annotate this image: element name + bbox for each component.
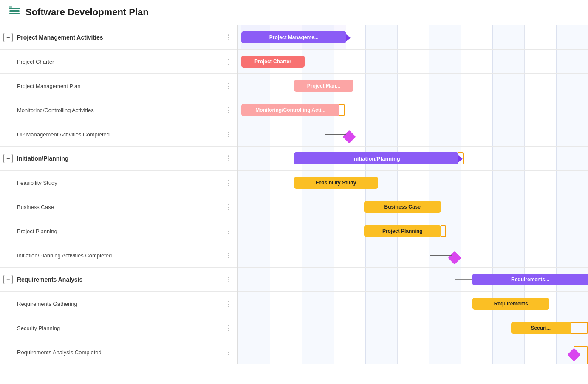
gantt-row-group3: Requirements...	[238, 268, 588, 292]
bar-requirements-analysis[interactable]: Requirements...	[472, 274, 588, 285]
app-header: Software Development Plan	[0, 0, 588, 25]
gantt-row-up-mgmt-completed	[238, 122, 588, 147]
drag-monitoring[interactable]: ⋮	[223, 106, 234, 114]
task-project-mgmt-plan: Project Management Plan ⋮	[0, 74, 237, 98]
task-feasibility: Feasibility Study ⋮	[0, 171, 237, 195]
group1-header: − Project Management Activities ⋮	[0, 25, 237, 50]
bar-project-planning[interactable]: Project Planning	[364, 225, 441, 237]
gantt-row-req-gathering: Requirements	[238, 292, 588, 316]
group3-label: Requirements Analysis	[17, 276, 223, 283]
bar-feasibility[interactable]: Feasibility Study	[294, 177, 378, 189]
collapse-group2[interactable]: −	[3, 154, 13, 163]
gantt-row-feasibility: Feasibility Study	[238, 171, 588, 195]
gantt-row-project-charter: Project Charter	[238, 50, 588, 74]
collapse-group1[interactable]: −	[3, 33, 13, 42]
drag-group2[interactable]: ⋮	[223, 155, 234, 163]
bar-project-charter[interactable]: Project Charter	[241, 56, 304, 68]
task-label-project-mgmt-plan: Project Management Plan	[17, 83, 223, 89]
drag-feasibility[interactable]: ⋮	[223, 179, 234, 187]
task-label-feasibility: Feasibility Study	[17, 180, 223, 186]
gantt-row-initiation-completed	[238, 243, 588, 268]
task-label-security-planning: Security Planning	[17, 325, 223, 331]
app-title: Software Development Plan	[25, 7, 149, 18]
gantt-row-req-analysis-completed	[238, 340, 588, 364]
gantt-row-security-planning: Securi...	[238, 316, 588, 340]
gantt-row-group1: Project Manageme...	[238, 25, 588, 50]
gantt-row-monitoring: Monitoring/Controlling Acti...	[238, 98, 588, 122]
bar-req-gathering[interactable]: Requirements	[472, 298, 549, 310]
bar-initiation-planning[interactable]: Initiation/Planning	[294, 152, 458, 164]
bar-project-management[interactable]: Project Manageme...	[241, 31, 346, 43]
drag-initiation-completed[interactable]: ⋮	[223, 251, 234, 260]
task-label-up-mgmt-completed: UP Management Activities Completed	[17, 131, 223, 138]
bar-project-mgmt-plan[interactable]: Project Man...	[294, 80, 353, 92]
task-label-req-analysis-completed: Requirements Analysis Completed	[17, 349, 223, 356]
collapse-group3[interactable]: −	[3, 275, 13, 284]
task-business-case: Business Case ⋮	[0, 195, 237, 219]
gantt-row-project-mgmt-plan: Project Man...	[238, 74, 588, 98]
task-label-req-gathering: Requirements Gathering	[17, 301, 223, 307]
bar-business-case[interactable]: Business Case	[364, 201, 441, 213]
drag-req-gathering[interactable]: ⋮	[223, 300, 234, 308]
gantt-chart: Project Manageme... Project Charter Proj…	[238, 25, 588, 364]
task-list: − Project Management Activities ⋮ Projec…	[0, 25, 238, 364]
gantt-row-business-case: Business Case	[238, 195, 588, 219]
task-initiation-completed: Initiation/Planning Activities Completed…	[0, 243, 237, 268]
gantt-container: − Project Management Activities ⋮ Projec…	[0, 25, 588, 364]
drag-project-charter[interactable]: ⋮	[223, 58, 234, 66]
group2-header: − Initiation/Planning ⋮	[0, 147, 237, 171]
drag-business-case[interactable]: ⋮	[223, 203, 234, 211]
task-up-mgmt-completed: UP Management Activities Completed ⋮	[0, 122, 237, 147]
task-monitoring: Monitoring/Controlling Activities ⋮	[0, 98, 237, 122]
group1-label: Project Management Activities	[17, 34, 223, 41]
svg-rect-2	[9, 13, 20, 14]
svg-rect-1	[9, 10, 20, 12]
task-req-gathering: Requirements Gathering ⋮	[0, 292, 237, 316]
drag-group1[interactable]: ⋮	[223, 34, 234, 42]
drag-project-planning[interactable]: ⋮	[223, 227, 234, 235]
task-label-initiation-completed: Initiation/Planning Activities Completed	[17, 252, 223, 259]
task-security-planning: Security Planning ⋮	[0, 316, 237, 340]
group2-label: Initiation/Planning	[17, 155, 223, 162]
drag-group3[interactable]: ⋮	[223, 276, 234, 284]
task-label-project-charter: Project Charter	[17, 59, 223, 65]
task-project-charter: Project Charter ⋮	[0, 50, 237, 74]
task-project-planning: Project Planning ⋮	[0, 219, 237, 243]
bar-monitoring[interactable]: Monitoring/Controlling Acti...	[241, 104, 339, 116]
gantt-row-project-planning: Project Planning	[238, 219, 588, 243]
task-label-business-case: Business Case	[17, 204, 223, 210]
group3-header: − Requirements Analysis ⋮	[0, 268, 237, 292]
drag-req-analysis-completed[interactable]: ⋮	[223, 348, 234, 356]
gantt-row-group2: Initiation/Planning	[238, 147, 588, 171]
app-icon	[8, 5, 20, 20]
task-label-monitoring: Monitoring/Controlling Activities	[17, 107, 223, 113]
svg-rect-3	[9, 6, 12, 8]
drag-project-mgmt-plan[interactable]: ⋮	[223, 82, 234, 90]
task-label-project-planning: Project Planning	[17, 228, 223, 234]
bar-security-planning[interactable]: Securi...	[511, 322, 571, 334]
task-req-analysis-completed: Requirements Analysis Completed ⋮	[0, 340, 237, 364]
drag-security-planning[interactable]: ⋮	[223, 324, 234, 332]
drag-up-mgmt-completed[interactable]: ⋮	[223, 130, 234, 138]
